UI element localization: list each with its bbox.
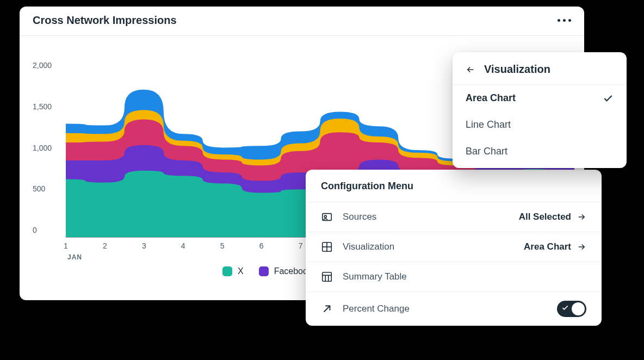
vis-option-area-chart[interactable]: Area Chart	[453, 85, 627, 111]
svg-point-1	[324, 215, 326, 218]
config-row-summary-table[interactable]: Summary Table	[306, 262, 602, 291]
legend-swatch	[259, 266, 269, 276]
config-row-label: Summary Table	[343, 271, 407, 282]
divider	[20, 35, 584, 36]
vis-option-label: Bar Chart	[466, 146, 507, 157]
x-tick: 1	[64, 241, 68, 250]
x-tick: 4	[181, 241, 185, 250]
visualization-popover: Visualization Area Chart Line Chart Bar …	[453, 52, 627, 168]
x-month-label: JAN	[67, 253, 82, 261]
legend-label: X	[238, 266, 244, 276]
legend-item: X	[222, 266, 244, 276]
card-title: Cross Network Impressions	[33, 14, 177, 27]
config-row-label: Sources	[343, 212, 376, 222]
table-icon	[321, 271, 333, 283]
check-icon	[561, 304, 569, 314]
arrow-up-right-icon	[321, 303, 333, 315]
x-tick: 3	[142, 241, 146, 250]
visualization-title: Visualization	[484, 63, 550, 76]
x-tick: 2	[103, 241, 107, 250]
vis-option-label: Area Chart	[466, 92, 516, 104]
grid-icon	[321, 241, 333, 253]
config-row-label: Percent Change	[343, 303, 410, 314]
svg-rect-3	[323, 272, 332, 282]
sources-icon	[321, 211, 333, 223]
configuration-menu: Configuration Menu Sources All Selected …	[306, 170, 602, 326]
legend-item: Facebook	[259, 266, 312, 276]
config-row-label: Visualization	[343, 241, 394, 252]
x-tick: 5	[220, 241, 225, 250]
config-row-sources[interactable]: Sources All Selected	[306, 202, 602, 232]
arrow-right-icon	[577, 212, 586, 222]
config-row-visualization[interactable]: Visualization Area Chart	[306, 232, 602, 262]
back-arrow-icon[interactable]	[466, 65, 475, 75]
vis-option-label: Line Chart	[466, 119, 511, 131]
vis-option-line-chart[interactable]: Line Chart	[453, 111, 627, 138]
vis-option-bar-chart[interactable]: Bar Chart	[453, 138, 627, 168]
x-tick: 7	[299, 241, 303, 250]
config-row-value: Area Chart	[524, 241, 586, 252]
x-tick: 6	[259, 241, 264, 250]
config-row-value: All Selected	[519, 212, 586, 222]
check-icon	[603, 93, 614, 104]
card-more-icon[interactable]	[558, 19, 571, 22]
config-title: Configuration Menu	[306, 170, 602, 202]
percent-change-toggle[interactable]	[557, 301, 586, 317]
legend-swatch	[222, 266, 232, 276]
arrow-right-icon	[577, 242, 586, 252]
config-row-percent-change[interactable]: Percent Change	[306, 291, 602, 326]
